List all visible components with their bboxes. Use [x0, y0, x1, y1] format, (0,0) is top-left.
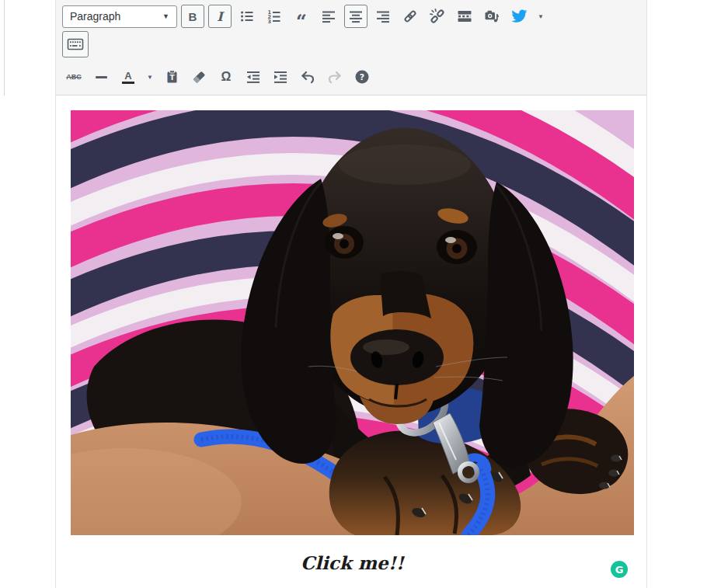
puppy-photo-illustration — [71, 110, 634, 535]
format-dropdown-value: Paragraph — [70, 10, 120, 23]
bulleted-list-button[interactable] — [235, 5, 259, 28]
text-color-button[interactable]: A — [117, 65, 140, 89]
bold-icon: B — [189, 10, 197, 23]
chevron-down-icon: ▼ — [162, 12, 169, 20]
content-image[interactable] — [71, 110, 634, 535]
keyboard-icon — [67, 36, 84, 53]
strikethrough-button[interactable]: ABC — [62, 65, 85, 89]
grammarly-badge[interactable]: G — [611, 561, 628, 578]
link-icon — [402, 9, 418, 24]
special-character-button[interactable]: Ω — [214, 65, 238, 89]
strikethrough-icon: ABC — [66, 73, 82, 81]
align-left-icon — [321, 9, 336, 24]
toolbar-row-2 — [62, 31, 640, 57]
eraser-icon — [191, 69, 207, 85]
italic-button[interactable]: I — [208, 5, 232, 28]
align-right-icon — [375, 9, 391, 24]
chevron-down-icon: ▼ — [147, 74, 153, 81]
chevron-down-icon: ▼ — [538, 13, 544, 20]
insert-media-button[interactable] — [480, 5, 503, 28]
blockquote-icon: “ — [296, 10, 307, 33]
unlink-icon — [430, 9, 445, 24]
align-center-icon — [348, 9, 364, 24]
undo-icon — [300, 69, 315, 85]
format-dropdown[interactable]: Paragraph ▼ — [62, 5, 177, 28]
twitter-menu-button[interactable]: ▼ — [535, 5, 547, 28]
omega-icon: Ω — [221, 70, 232, 84]
camera-music-icon — [484, 9, 500, 24]
text-color-menu-button[interactable]: ▼ — [144, 65, 156, 89]
numbered-list-button[interactable]: 1 2 3 — [263, 5, 286, 28]
paste-as-text-button[interactable]: T — [160, 65, 183, 89]
align-center-button[interactable] — [344, 5, 367, 28]
svg-text:3: 3 — [268, 19, 272, 24]
horizontal-rule-button[interactable] — [89, 65, 113, 89]
caption-text[interactable]: Click me!! — [71, 552, 634, 573]
toolbar-row-3: ABC A ▼ T — [62, 65, 640, 89]
outdent-icon — [246, 69, 261, 85]
clipboard-icon: T — [164, 69, 179, 85]
horizontal-rule-icon — [96, 76, 107, 78]
help-icon: ? — [354, 69, 370, 85]
align-right-button[interactable] — [371, 5, 395, 28]
undo-button[interactable] — [296, 65, 319, 89]
svg-text:?: ? — [360, 72, 364, 82]
decrease-indent-button[interactable] — [242, 65, 265, 89]
read-more-icon — [457, 9, 472, 24]
align-left-button[interactable] — [317, 5, 340, 28]
increase-indent-button[interactable] — [269, 65, 292, 89]
redo-icon — [327, 69, 343, 85]
redo-button[interactable] — [323, 65, 347, 89]
bold-button[interactable]: B — [181, 5, 204, 28]
twitter-bird-icon — [510, 8, 528, 25]
grammarly-g-icon: G — [615, 564, 624, 576]
clear-formatting-button[interactable] — [187, 65, 211, 89]
bulleted-list-icon — [239, 9, 255, 24]
svg-text:T: T — [169, 74, 175, 82]
twitter-button[interactable] — [507, 5, 531, 28]
italic-icon: I — [217, 9, 222, 24]
indent-icon — [273, 69, 288, 85]
page: Paragraph ▼ B I — [0, 0, 721, 588]
toolbar-row-1: Paragraph ▼ B I — [62, 5, 640, 28]
help-button[interactable]: ? — [350, 65, 374, 89]
editor-content[interactable]: Click me!! — [56, 110, 646, 573]
numbered-list-icon: 1 2 3 — [266, 9, 282, 24]
toolbar-toggle-button[interactable] — [62, 31, 89, 57]
insert-link-button[interactable] — [399, 5, 422, 28]
page-edge-divider — [4, 0, 5, 96]
remove-link-button[interactable] — [426, 5, 449, 28]
wp-editor-panel: Paragraph ▼ B I — [55, 0, 647, 588]
text-color-icon: A — [122, 71, 134, 84]
blockquote-button[interactable]: “ — [290, 5, 313, 28]
editor-toolbar: Paragraph ▼ B I — [56, 0, 646, 96]
insert-more-tag-button[interactable] — [453, 5, 476, 28]
